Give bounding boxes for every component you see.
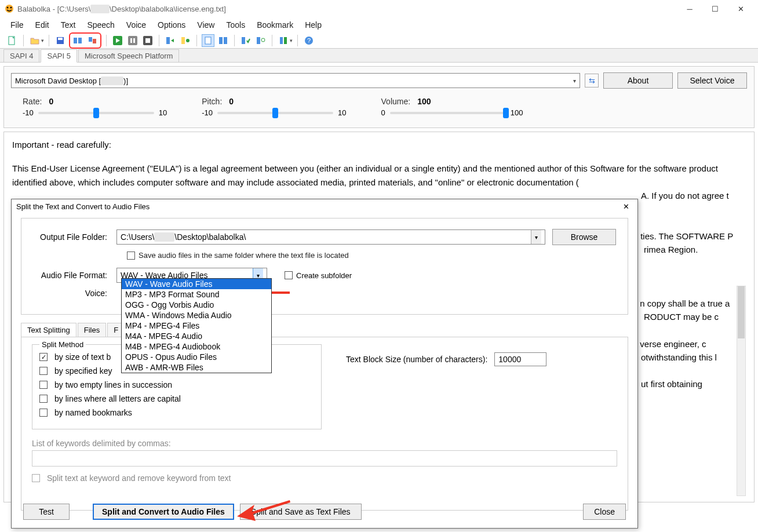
- rate-max: 10: [159, 108, 167, 117]
- split-method-legend: Split Method: [39, 340, 86, 349]
- menu-tools[interactable]: Tools: [220, 19, 251, 31]
- pitch-min: -10: [202, 108, 213, 117]
- save-same-folder-checkbox[interactable]: [127, 252, 135, 260]
- stop-icon[interactable]: [141, 34, 154, 47]
- keywords-input[interactable]: [32, 450, 617, 467]
- rate-value: 0: [49, 97, 53, 106]
- save-same-folder-label: Save audio files in the same folder wher…: [139, 251, 349, 260]
- tab-files[interactable]: Files: [78, 323, 106, 337]
- menu-file[interactable]: File: [5, 19, 30, 31]
- method-by-keyword-checkbox[interactable]: [39, 367, 48, 375]
- method-bookmarks-label: by named bookmarks: [54, 408, 132, 417]
- method-by-size-checkbox[interactable]: [39, 353, 48, 361]
- output-folder-label: Output File Folder:: [30, 232, 116, 242]
- help-icon[interactable]: ?: [303, 34, 315, 47]
- close-button[interactable]: ✕: [728, 1, 753, 17]
- tab-ms-speech[interactable]: Microsoft Speech Platform: [78, 49, 179, 62]
- rate-slider[interactable]: [38, 112, 154, 114]
- voice-label: Voice:: [30, 289, 116, 298]
- rate-min: -10: [23, 108, 34, 117]
- svg-rect-15: [145, 38, 150, 43]
- menu-bookmark[interactable]: Bookmark: [251, 19, 299, 31]
- tab-sapi4[interactable]: SAPI 4: [3, 49, 39, 62]
- read-clipboard-icon[interactable]: [217, 34, 229, 47]
- format-option-ogg[interactable]: OGG - Ogg Vorbis Audio: [122, 300, 271, 310]
- menu-options[interactable]: Options: [152, 19, 191, 31]
- svg-point-18: [186, 39, 190, 42]
- split-convert-dialog: Split the Text and Convert to Audio File…: [11, 199, 638, 529]
- browse-button[interactable]: Browse: [552, 229, 616, 245]
- about-button[interactable]: About: [603, 72, 673, 89]
- find-icon[interactable]: [254, 34, 267, 47]
- method-capital-lines-checkbox[interactable]: [39, 395, 48, 403]
- remove-keyword-label: Split text at keyword and remove keyword…: [47, 473, 231, 483]
- svg-rect-6: [74, 38, 77, 43]
- test-button[interactable]: Test: [23, 504, 70, 520]
- svg-rect-17: [181, 37, 185, 44]
- format-option-wma[interactable]: WMA - Windows Media Audio: [122, 310, 271, 320]
- svg-rect-5: [58, 38, 63, 40]
- format-option-awb[interactable]: AWB - AMR-WB Files: [122, 362, 271, 373]
- format-option-wav[interactable]: WAV - Wave Audio Files: [122, 279, 271, 289]
- svg-rect-12: [130, 38, 132, 43]
- audio-format-dropdown[interactable]: WAV - Wave Audio Files MP3 - MP3 Format …: [121, 278, 272, 373]
- menu-help[interactable]: Help: [299, 19, 327, 31]
- menubar: File Edit Text Speech Voice Options View…: [0, 17, 758, 32]
- refresh-voices-icon[interactable]: ⇆: [585, 74, 599, 88]
- format-option-m4a[interactable]: M4A - MPEG-4 Audio: [122, 331, 271, 341]
- pitch-max: 10: [338, 108, 346, 117]
- pause-icon[interactable]: [126, 34, 139, 47]
- format-option-mp4[interactable]: MP4 - MPEG-4 Files: [122, 320, 271, 331]
- split-convert-icon[interactable]: [71, 34, 84, 47]
- create-subfolder-checkbox[interactable]: [285, 271, 293, 279]
- menu-edit[interactable]: Edit: [30, 19, 55, 31]
- menu-speech[interactable]: Speech: [81, 19, 120, 31]
- new-file-icon[interactable]: [6, 34, 19, 47]
- method-empty-lines-checkbox[interactable]: [39, 381, 48, 389]
- svg-rect-19: [205, 37, 211, 44]
- menu-text[interactable]: Text: [55, 19, 82, 31]
- menu-view[interactable]: View: [191, 19, 220, 31]
- dialog-close-icon[interactable]: ✕: [619, 202, 633, 211]
- volume-value: 100: [417, 97, 431, 106]
- svg-point-24: [261, 38, 265, 42]
- close-dialog-button[interactable]: Close: [583, 504, 626, 520]
- output-folder-input[interactable]: C:\Users\xxxxx\Desktop\balabolka\ ▾: [116, 229, 545, 245]
- select-voice-button[interactable]: Select Voice: [677, 72, 747, 89]
- dictionary-dropdown-icon[interactable]: ▾: [290, 38, 293, 43]
- chevron-down-icon: ▾: [531, 230, 541, 244]
- format-option-opus[interactable]: OPUS - Opus Audio Files: [122, 352, 271, 362]
- format-option-mp3[interactable]: MP3 - MP3 Format Sound: [122, 289, 271, 300]
- menu-voice[interactable]: Voice: [121, 19, 152, 31]
- app-icon: [5, 4, 14, 13]
- svg-rect-20: [219, 37, 223, 44]
- save-icon[interactable]: [54, 34, 67, 47]
- format-option-m4b[interactable]: M4B - MPEG-4 Audiobook: [122, 341, 271, 352]
- split-convert-button[interactable]: Split and Convert to Audio Files: [93, 504, 234, 520]
- remove-keyword-checkbox[interactable]: [32, 474, 40, 482]
- tab-text-splitting[interactable]: Text Splitting: [21, 323, 76, 337]
- vertical-scrollbar[interactable]: [737, 286, 746, 496]
- dictionary-icon[interactable]: [277, 34, 290, 47]
- pitch-slider-block: Pitch:0 -10 10: [202, 97, 346, 117]
- svg-rect-7: [78, 38, 82, 43]
- open-folder-icon[interactable]: [28, 34, 41, 47]
- clipboard-monitor-icon[interactable]: [202, 34, 214, 47]
- tab-sapi5[interactable]: SAPI 5: [41, 49, 76, 63]
- method-bookmarks-checkbox[interactable]: [39, 409, 48, 417]
- minimize-button[interactable]: ─: [677, 1, 702, 17]
- split-save-button[interactable]: Split and Save as Text Files: [240, 504, 362, 520]
- maximize-button[interactable]: ☐: [702, 1, 728, 17]
- convert-audio-alt-icon[interactable]: [179, 34, 192, 47]
- volume-slider[interactable]: [390, 112, 506, 114]
- voice-select[interactable]: Microsoft David Desktop [xxxxxx)] ▾: [11, 73, 580, 88]
- spellcheck-icon[interactable]: [239, 34, 252, 47]
- batch-convert-icon[interactable]: [86, 34, 99, 47]
- convert-audio-icon[interactable]: [164, 34, 177, 47]
- play-icon[interactable]: [111, 34, 124, 47]
- svg-rect-25: [280, 37, 283, 44]
- block-size-input[interactable]: [494, 352, 546, 366]
- method-by-keyword-label: by specified key: [54, 366, 112, 376]
- open-dropdown-icon[interactable]: ▾: [41, 38, 44, 43]
- pitch-slider[interactable]: [217, 112, 333, 114]
